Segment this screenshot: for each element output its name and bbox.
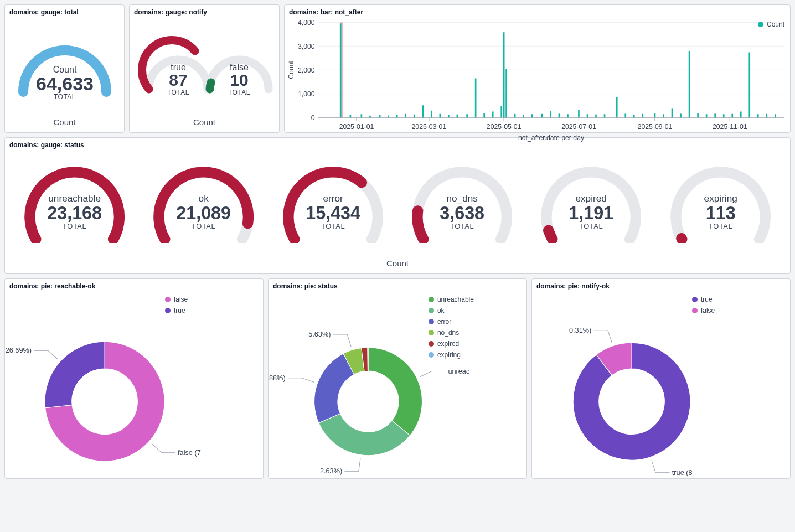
bar[interactable] [680, 113, 682, 117]
panel-pie-reachable[interactable]: domains: pie: reachable-ok falsetrue fal… [4, 278, 264, 479]
bar[interactable] [405, 114, 406, 118]
row-1: domains: gauge: total Count 64,633 TOTAL… [4, 4, 791, 133]
svg-text:2025-01-01: 2025-01-01 [339, 123, 374, 131]
bar[interactable] [505, 69, 507, 117]
pie-slice-error[interactable] [314, 354, 354, 423]
panel-gauge-total[interactable]: domains: gauge: total Count 64,633 TOTAL… [4, 4, 125, 133]
bar[interactable] [500, 106, 502, 118]
svg-text:Count: Count [287, 61, 295, 79]
bar[interactable] [431, 111, 432, 118]
bar[interactable] [663, 114, 664, 117]
svg-text:26.69%): 26.69%) [6, 347, 32, 354]
bar[interactable] [654, 113, 656, 118]
panel-pie-status[interactable]: domains: pie: status unreachableokerrorn… [268, 278, 527, 479]
bar[interactable] [422, 105, 424, 117]
pie-slice-true[interactable] [45, 342, 105, 407]
status-gauge-error[interactable]: error 15,434 TOTAL [273, 149, 393, 256]
panel-gauge-status[interactable]: domains: gauge: status unreachable 23,16… [4, 137, 791, 274]
bar[interactable] [531, 114, 533, 117]
pie-chart[interactable]: false (726.69%) [5, 290, 263, 483]
bar-chart[interactable]: 01,0002,0003,0004,0002025-01-012025-03-0… [285, 16, 790, 142]
bar[interactable] [414, 115, 415, 118]
bar[interactable] [624, 113, 626, 117]
svg-text:ok: ok [199, 193, 209, 204]
bar[interactable] [587, 114, 588, 117]
svg-text:113: 113 [705, 203, 735, 223]
status-gauge-expired[interactable]: expired 1,191 TOTAL [531, 149, 651, 256]
bar[interactable] [578, 110, 580, 117]
row-2: domains: gauge: status unreachable 23,16… [4, 137, 791, 274]
status-gauge-expiring[interactable]: expiring 113 TOTAL [661, 149, 780, 256]
bar[interactable] [396, 115, 398, 118]
panel-title: domains: bar: not_after [285, 5, 790, 16]
panel-title: domains: gauge: total [5, 5, 124, 16]
bar-legend: Count [758, 20, 784, 30]
bar[interactable] [740, 111, 742, 117]
bar[interactable] [550, 111, 551, 118]
svg-text:15,434: 15,434 [306, 203, 360, 223]
panel-bar-not-after[interactable]: domains: bar: not_after 01,0002,0003,000… [284, 4, 791, 133]
bar[interactable] [541, 114, 543, 118]
bar[interactable] [503, 32, 505, 117]
bar[interactable] [642, 114, 643, 118]
bar[interactable] [369, 116, 371, 118]
svg-text:unreac: unreac [448, 368, 469, 375]
bar[interactable] [448, 115, 450, 118]
bar[interactable] [514, 114, 516, 118]
svg-text:TOTAL: TOTAL [450, 222, 474, 230]
bar[interactable] [757, 114, 759, 117]
bar[interactable] [483, 113, 485, 118]
bar[interactable] [492, 111, 494, 117]
svg-text:2025-09-01: 2025-09-01 [638, 123, 673, 131]
svg-text:unreachable: unreachable [48, 193, 101, 204]
bar[interactable] [775, 114, 776, 117]
pie-slice-expiring[interactable] [368, 348, 368, 371]
status-gauge-unreachable[interactable]: unreachable 23,168 TOTAL [15, 149, 134, 256]
svg-text:2025-11-01: 2025-11-01 [713, 123, 747, 131]
svg-text:23,168: 23,168 [47, 203, 102, 223]
status-gauge-no_dns[interactable]: no_dns 3,638 TOTAL [402, 149, 522, 256]
svg-text:true (8: true (8 [672, 469, 693, 477]
bar[interactable] [475, 79, 477, 118]
bar[interactable] [748, 52, 750, 117]
svg-text:87: 87 [169, 71, 187, 89]
bar[interactable] [523, 115, 524, 118]
bar[interactable] [361, 114, 363, 117]
svg-text:1,191: 1,191 [569, 203, 614, 223]
svg-text:0: 0 [311, 114, 315, 122]
pie-slice-unreachable[interactable] [368, 348, 422, 436]
svg-text:TOTAL: TOTAL [579, 222, 603, 230]
svg-text:TOTAL: TOTAL [228, 89, 250, 96]
bar[interactable] [633, 115, 635, 118]
status-gauge-ok[interactable]: ok 21,089 TOTAL [144, 149, 263, 256]
bar[interactable] [706, 114, 708, 117]
bar[interactable] [379, 115, 381, 118]
bar[interactable] [567, 114, 569, 117]
svg-text:0.31%): 0.31%) [569, 327, 591, 334]
bar[interactable] [731, 114, 733, 118]
svg-text:not_after.date per day: not_after.date per day [518, 134, 585, 142]
bar[interactable] [689, 51, 690, 118]
panel-gauge-notify[interactable]: domains: gauge: notify true 87 TOTAL [129, 4, 280, 133]
bar[interactable] [466, 114, 468, 117]
panel-title: domains: gauge: notify [130, 5, 279, 16]
bar[interactable] [723, 114, 725, 117]
bar[interactable] [697, 113, 699, 118]
bar[interactable] [714, 113, 716, 117]
bar[interactable] [595, 115, 597, 118]
gauge-expired: expired 1,191 TOTAL [531, 149, 651, 243]
pie-chart[interactable]: true (80.31%) [532, 290, 790, 483]
bar[interactable] [766, 114, 767, 118]
bar[interactable] [340, 23, 342, 117]
panel-title: domains: pie: notify-ok [532, 279, 790, 290]
bar[interactable] [457, 115, 458, 118]
bar[interactable] [604, 114, 606, 117]
bar[interactable] [439, 114, 441, 118]
bar[interactable] [388, 116, 389, 118]
bar[interactable] [559, 113, 560, 117]
bar[interactable] [350, 115, 352, 118]
bar[interactable] [672, 108, 673, 117]
pie-chart[interactable]: unreac2.63%)3.88%)5.63%) [269, 290, 526, 483]
bar[interactable] [616, 97, 618, 118]
panel-pie-notify[interactable]: domains: pie: notify-ok truefalse true (… [531, 278, 791, 479]
